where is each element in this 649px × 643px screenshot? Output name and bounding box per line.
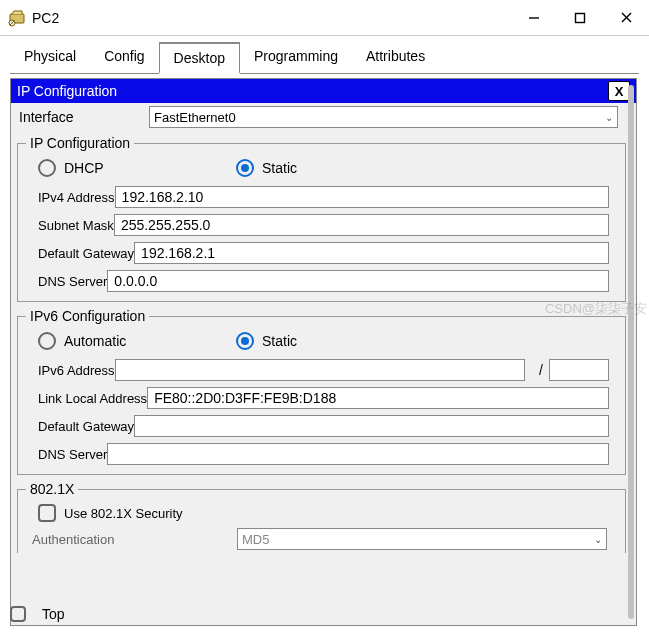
dns-server-label: DNS Server [38, 274, 107, 289]
authentication-value: MD5 [242, 532, 269, 547]
chevron-down-icon: ⌄ [605, 112, 613, 123]
use-8021x-label: Use 802.1X Security [64, 506, 183, 521]
tab-bar: Physical Config Desktop Programming Attr… [0, 36, 649, 74]
dns-server-input[interactable]: 0.0.0.0 [107, 270, 609, 292]
chevron-down-icon: ⌄ [594, 534, 602, 545]
panel-header: IP Configuration X [11, 79, 636, 103]
automatic-label: Automatic [64, 333, 126, 349]
subnet-mask-input[interactable]: 255.255.255.0 [114, 214, 609, 236]
static-v6-radio-option[interactable]: Static [236, 332, 297, 350]
ipv6-dns-input[interactable] [107, 443, 609, 465]
radio-icon [38, 159, 56, 177]
default-gateway-input[interactable]: 192.168.2.1 [134, 242, 609, 264]
interface-label: Interface [19, 109, 149, 125]
desktop-panel: IP Configuration X Interface FastEtherne… [10, 78, 637, 626]
dot1x-legend: 802.1X [26, 481, 78, 497]
svg-rect-4 [576, 13, 585, 22]
radio-icon [236, 159, 254, 177]
footer-bar: Top [10, 606, 65, 622]
minimize-button[interactable] [511, 2, 557, 34]
interface-value: FastEthernet0 [154, 110, 236, 125]
tab-programming[interactable]: Programming [240, 42, 352, 74]
authentication-select[interactable]: MD5 ⌄ [237, 528, 607, 550]
ipv6-gateway-input[interactable] [134, 415, 609, 437]
link-local-input[interactable]: FE80::2D0:D3FF:FE9B:D188 [147, 387, 609, 409]
panel-close-button[interactable]: X [608, 81, 630, 101]
authentication-label: Authentication [32, 532, 237, 547]
ipv6-prefix-input[interactable] [549, 359, 609, 381]
close-button[interactable] [603, 2, 649, 34]
ipv6-address-label: IPv6 Address [38, 363, 115, 378]
top-label: Top [42, 606, 65, 622]
dot1x-group: 802.1X Use 802.1X Security Authenticatio… [17, 481, 626, 553]
top-checkbox[interactable] [10, 606, 26, 622]
ip-configuration-group: IP Configuration DHCP Static IPv4 Addres… [17, 135, 626, 302]
link-local-label: Link Local Address [38, 391, 147, 406]
ipv6-address-input[interactable] [115, 359, 526, 381]
static-v6-label: Static [262, 333, 297, 349]
panel-title-text: IP Configuration [17, 83, 117, 99]
automatic-radio-option[interactable]: Automatic [38, 332, 236, 350]
dhcp-label: DHCP [64, 160, 104, 176]
tab-config[interactable]: Config [90, 42, 158, 74]
maximize-button[interactable] [557, 2, 603, 34]
title-bar: PC2 [0, 0, 649, 36]
interface-select[interactable]: FastEthernet0 ⌄ [149, 106, 618, 128]
dhcp-radio-option[interactable]: DHCP [38, 159, 236, 177]
checkbox-icon [38, 504, 56, 522]
scrollbar[interactable] [628, 85, 634, 619]
ip-configuration-legend: IP Configuration [26, 135, 134, 151]
ipv6-configuration-legend: IPv6 Configuration [26, 308, 149, 324]
default-gateway-label: Default Gateway [38, 246, 134, 261]
tab-desktop[interactable]: Desktop [159, 42, 240, 74]
radio-icon [38, 332, 56, 350]
watermark: CSDN@柒柒子安 [545, 300, 647, 318]
tab-physical[interactable]: Physical [10, 42, 90, 74]
subnet-mask-label: Subnet Mask [38, 218, 114, 233]
ipv4-address-input[interactable]: 192.168.2.10 [115, 186, 609, 208]
static-radio-option[interactable]: Static [236, 159, 297, 177]
tab-attributes[interactable]: Attributes [352, 42, 439, 74]
ipv6-gateway-label: Default Gateway [38, 419, 134, 434]
use-8021x-option[interactable]: Use 802.1X Security [20, 501, 623, 525]
window-title: PC2 [32, 10, 59, 26]
prefix-separator: / [533, 362, 549, 378]
ipv6-dns-label: DNS Server [38, 447, 107, 462]
app-icon [8, 9, 26, 27]
ipv4-address-label: IPv4 Address [38, 190, 115, 205]
static-label: Static [262, 160, 297, 176]
ipv6-configuration-group: IPv6 Configuration Automatic Static IPv6… [17, 308, 626, 475]
radio-icon [236, 332, 254, 350]
